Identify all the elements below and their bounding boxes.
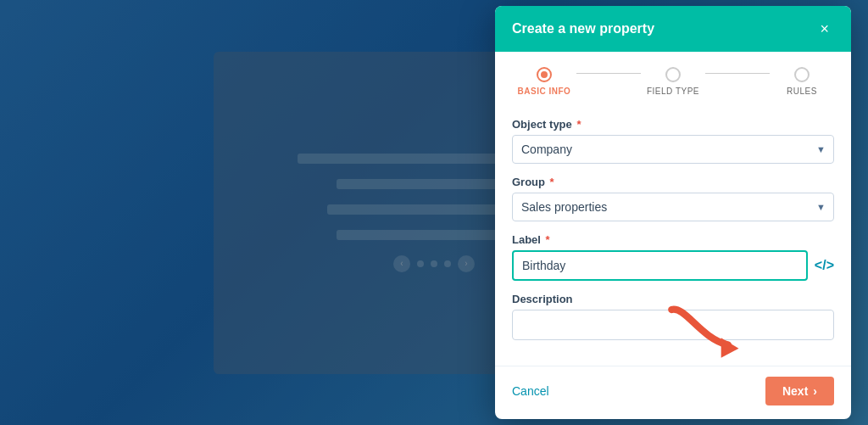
- group-group: Group * Sales properties Contact informa…: [512, 176, 834, 221]
- step-label-field-type: FIELD TYPE: [647, 87, 699, 96]
- label-group: Label * </>: [512, 233, 834, 281]
- modal-footer: Cancel Next ›: [495, 366, 851, 419]
- step-circle-field-type: [665, 67, 681, 82]
- object-type-label: Object type *: [512, 118, 834, 131]
- close-button[interactable]: ×: [815, 20, 834, 38]
- code-icon[interactable]: </>: [815, 258, 834, 273]
- next-button[interactable]: Next ›: [765, 377, 834, 405]
- step-label-basic-info: BASIC INFO: [518, 87, 571, 96]
- modal-body: Object type * Company Contact Deal Ticke…: [495, 104, 851, 361]
- object-type-select-wrapper: Company Contact Deal Ticket: [512, 135, 834, 164]
- group-select[interactable]: Sales properties Contact information Dea…: [512, 193, 834, 221]
- modal-header: Create a new property ×: [495, 6, 851, 52]
- step-circle-rules: [794, 67, 810, 82]
- object-type-group: Object type * Company Contact Deal Ticke…: [512, 118, 834, 164]
- modal-title: Create a new property: [512, 21, 654, 36]
- description-input[interactable]: [512, 310, 834, 340]
- label-input-row: </>: [512, 250, 834, 281]
- next-chevron-icon: ›: [813, 384, 817, 398]
- group-select-wrapper: Sales properties Contact information Dea…: [512, 193, 834, 221]
- step-circle-basic-info: [537, 67, 552, 82]
- modal-create-property: Create a new property × BASIC INFO FIELD…: [495, 6, 851, 419]
- steps-indicator: BASIC INFO FIELD TYPE RULES: [495, 52, 851, 104]
- overlay: Create a new property × BASIC INFO FIELD…: [0, 0, 868, 425]
- description-label: Description: [512, 293, 834, 305]
- step-line-1: [576, 73, 641, 74]
- step-rules: RULES: [770, 67, 834, 96]
- label-field-label: Label *: [512, 233, 834, 246]
- step-basic-info: BASIC INFO: [512, 67, 576, 96]
- step-line-2: [705, 73, 770, 74]
- step-label-rules: RULES: [787, 87, 817, 96]
- step-field-type: FIELD TYPE: [641, 67, 705, 96]
- label-input[interactable]: [512, 250, 808, 281]
- cancel-button[interactable]: Cancel: [512, 381, 549, 401]
- object-type-select[interactable]: Company Contact Deal Ticket: [512, 135, 834, 164]
- group-label: Group *: [512, 176, 834, 188]
- description-group: Description: [512, 293, 834, 340]
